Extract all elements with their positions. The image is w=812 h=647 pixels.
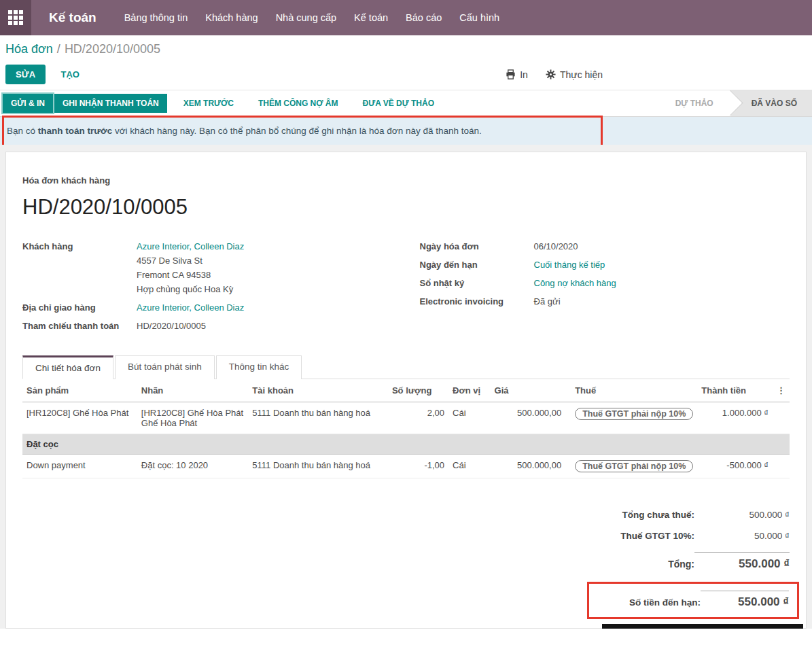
breadcrumb-parent-link[interactable]: Hóa đơn [5, 42, 53, 56]
menu-dashboard[interactable]: Bảng thông tin [116, 0, 197, 35]
invoice-date-label: Ngày hóa đơn [420, 240, 534, 253]
einvoicing-label: Electronic invoicing [420, 295, 534, 309]
state-draft[interactable]: DỰ THẢO [662, 90, 731, 116]
tax-total-value: 50.000 ₫ [694, 531, 790, 541]
gear-icon [546, 69, 556, 80]
table-header-row: Sản phẩm Nhãn Tài khoản Số lượng Đơn vị … [22, 379, 790, 402]
cell-qty: -1,00 [388, 455, 448, 478]
send-print-button[interactable]: GỬI & IN [3, 94, 53, 113]
cell-price: 500.000,00 [491, 455, 566, 478]
main-menu: Bảng thông tin Khách hàng Nhà cung cấp K… [116, 0, 509, 35]
due-date-link[interactable]: Cuối tháng kế tiếp [534, 260, 605, 270]
cell-qty: 2,00 [388, 402, 448, 434]
form-background: Hóa đơn khách hàng HD/2020/10/0005 Khách… [0, 145, 812, 629]
amount-due-value: 550.000 ₫ [701, 591, 789, 609]
grand-total-value: 550.000 ₫ [694, 552, 790, 571]
delivery-address-label: Địa chỉ giao hàng [22, 301, 137, 315]
cell-price: 500.000,00 [491, 402, 566, 434]
tab-invoice-lines[interactable]: Chi tiết hóa đơn [22, 355, 113, 379]
print-menu[interactable]: In [506, 69, 528, 80]
cell-product[interactable]: [HR120C8] Ghế Hòa Phát [22, 402, 137, 434]
section-row[interactable]: Đặt cọc [22, 434, 790, 455]
cell-unit: Cái [448, 402, 491, 434]
col-price[interactable]: Giá [491, 379, 566, 402]
add-credit-note-button[interactable]: THÊM CÔNG NỢ ÂM [250, 94, 347, 113]
breadcrumb-current: HD/2020/10/0005 [65, 42, 160, 56]
col-subtotal[interactable]: Thành tiền [697, 379, 773, 402]
due-date-label: Ngày đến hạn [420, 258, 534, 272]
cell-unit: Cái [448, 455, 491, 478]
control-panel: Hóa đơn/HD/2020/10/0005 SỬA TẠO In [0, 35, 812, 90]
printer-icon [506, 69, 516, 80]
col-product[interactable]: Sản phẩm [22, 379, 137, 402]
customer-address-line: Fremont CA 94538 [137, 268, 244, 282]
menu-customers[interactable]: Khách hàng [196, 0, 266, 35]
grand-total-label: Tổng: [668, 559, 694, 570]
journal-label: Sổ nhật ký [420, 277, 534, 290]
notebook-tabs: Chi tiết hóa đơn Bút toán phát sinh Thôn… [22, 355, 790, 379]
journal-link[interactable]: Công nợ khách hàng [534, 278, 616, 288]
red-annotation-box-amount-due: Số tiền đến hạn: 550.000 ₫ [587, 582, 799, 619]
payment-ref-label: Tham chiếu thanh toán [22, 319, 137, 333]
customer-link[interactable]: Azure Interior, Colleen Diaz [137, 241, 244, 251]
table-row[interactable]: Down payment Đặt cọc: 10 2020 5111 Doanh… [22, 455, 790, 478]
delivery-address-link[interactable]: Azure Interior, Colleen Diaz [137, 302, 244, 313]
apps-grid-icon [8, 10, 23, 25]
annotation-black-bar [602, 624, 803, 629]
tab-other-info[interactable]: Thông tin khác [216, 355, 302, 379]
create-button[interactable]: TẠO [51, 65, 88, 84]
menu-accounting[interactable]: Kế toán [345, 0, 397, 35]
cell-subtotal: -500.000 ₫ [697, 455, 773, 478]
preview-button[interactable]: XEM TRƯỚC [175, 94, 242, 113]
field-grid: Khách hàng Azure Interior, Colleen Diaz … [22, 240, 790, 338]
menu-configuration[interactable]: Cấu hình [451, 0, 508, 35]
amount-due-label: Số tiền đến hạn: [629, 597, 701, 608]
tab-journal-items[interactable]: Bút toán phát sinh [115, 355, 215, 379]
action-label: Thực hiện [560, 69, 603, 80]
reset-to-draft-button[interactable]: ĐƯA VỀ DỰ THẢO [355, 94, 442, 113]
cell-label-line1: Đặt cọc: 10 2020 [137, 455, 249, 478]
statusbar: GỬI & IN GHI NHẬN THANH TOÁN XEM TRƯỚC T… [0, 90, 812, 117]
state-posted[interactable]: ĐÃ VÀO SỔ [731, 90, 812, 116]
untaxed-total-value: 500.000 ₫ [694, 510, 790, 520]
alert-text-highlight: thanh toán trước [38, 126, 112, 136]
cell-subtotal: 1.000.000 ₫ [697, 402, 773, 434]
menu-vendors[interactable]: Nhà cung cấp [267, 0, 345, 35]
top-navbar: Kế toán Bảng thông tin Khách hàng Nhà cu… [0, 0, 812, 35]
col-quantity[interactable]: Số lượng [388, 379, 448, 402]
tax-badge[interactable]: Thuế GTGT phải nộp 10% [575, 408, 693, 420]
untaxed-total-label: Tổng chưa thuế: [622, 510, 694, 520]
invoice-date-value: 06/10/2020 [534, 240, 578, 253]
alert-text-prefix: Bạn có [7, 126, 38, 136]
table-row[interactable]: [HR120C8] Ghế Hòa Phát [HR120C8] Ghế Hòa… [22, 402, 790, 434]
invoice-lines-table: Sản phẩm Nhãn Tài khoản Số lượng Đơn vị … [22, 379, 790, 478]
column-options-icon[interactable]: ⋮ [773, 379, 790, 402]
tax-badge[interactable]: Thuế GTGT phải nộp 10% [575, 460, 693, 472]
tax-total-label: Thuế GTGT 10%: [620, 531, 694, 541]
action-menu[interactable]: Thực hiện [546, 69, 603, 80]
cell-label-line1: [HR120C8] Ghế Hòa Phát [141, 408, 245, 418]
col-account[interactable]: Tài khoản [248, 379, 388, 402]
customer-address-line: Hợp chủng quốc Hoa Kỳ [137, 282, 244, 296]
col-unit[interactable]: Đơn vị [448, 379, 491, 402]
cell-label-line2: Ghế Hòa Phát [141, 418, 245, 428]
customer-address-line: 4557 De Silva St [137, 253, 244, 268]
col-label[interactable]: Nhãn [137, 379, 249, 402]
register-payment-button[interactable]: GHI NHẬN THANH TOÁN [54, 94, 167, 113]
breadcrumb-separator: / [57, 42, 60, 56]
edit-button[interactable]: SỬA [5, 65, 46, 84]
print-label: In [520, 69, 528, 80]
app-title[interactable]: Kế toán [49, 10, 96, 25]
col-tax[interactable]: Thuế [565, 379, 697, 402]
customer-field-label: Khách hàng [22, 240, 137, 296]
cell-product[interactable]: Down payment [22, 455, 137, 478]
menu-reporting[interactable]: Báo cáo [397, 0, 451, 35]
einvoicing-value: Đã gửi [534, 295, 561, 309]
apps-menu-button[interactable] [0, 0, 31, 35]
section-label: Đặt cọc [22, 434, 790, 455]
prepayment-info-alert: Bạn có thanh toán trước với khách hàng n… [0, 117, 812, 145]
totals-block: Tổng chưa thuế: 500.000 ₫ Thuế GTGT 10%:… [559, 510, 790, 571]
alert-text-suffix: với khách hàng này. Bạn có thể phân bổ c… [112, 126, 482, 136]
invoice-number-title: HD/2020/10/0005 [22, 195, 790, 220]
cell-account: 5111 Doanh thu bán hàng hoá [248, 402, 388, 434]
